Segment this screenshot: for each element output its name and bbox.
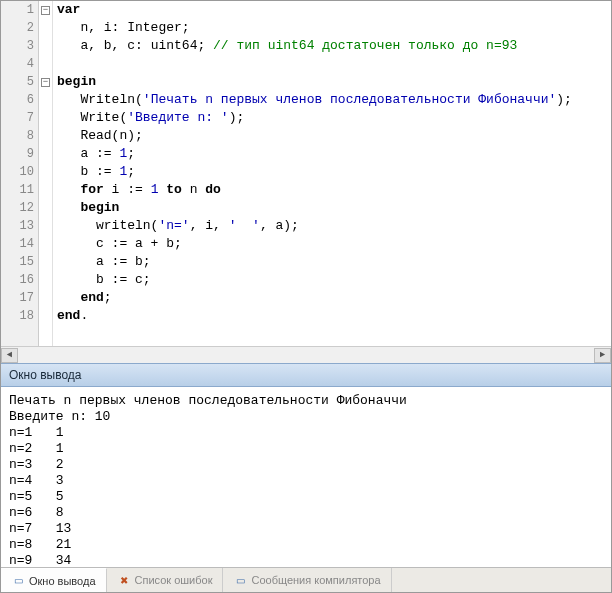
output-icon: ▭ <box>11 574 25 588</box>
code-line[interactable]: begin <box>57 199 611 217</box>
scroll-left-button[interactable]: ◄ <box>1 348 18 363</box>
line-number: 2 <box>1 19 34 37</box>
output-line: n=5 5 <box>9 489 603 505</box>
code-line[interactable]: Read(n); <box>57 127 611 145</box>
code-line[interactable]: b := 1; <box>57 163 611 181</box>
line-number: 9 <box>1 145 34 163</box>
line-number: 7 <box>1 109 34 127</box>
code-line[interactable]: Writeln('Печать n первых членов последов… <box>57 91 611 109</box>
tab-errors-label: Список ошибок <box>135 574 213 586</box>
code-line[interactable]: c := a + b; <box>57 235 611 253</box>
scroll-track[interactable] <box>18 348 594 363</box>
errors-icon: ✖ <box>117 573 131 587</box>
output-line: Введите n: 10 <box>9 409 603 425</box>
bottom-tabbar: ▭ Окно вывода ✖ Список ошибок ▭ Сообщени… <box>1 567 611 592</box>
line-number: 10 <box>1 163 34 181</box>
output-line: n=4 3 <box>9 473 603 489</box>
output-line: Печать n первых членов последовательност… <box>9 393 603 409</box>
tab-compiler[interactable]: ▭ Сообщения компилятора <box>223 568 391 592</box>
code-line[interactable]: Write('Введите n: '); <box>57 109 611 127</box>
line-number: 3 <box>1 37 34 55</box>
code-line[interactable]: end; <box>57 289 611 307</box>
line-number: 18 <box>1 307 34 325</box>
code-line[interactable]: a := 1; <box>57 145 611 163</box>
output-panel-header: Окно вывода <box>1 363 611 387</box>
compiler-icon: ▭ <box>233 573 247 587</box>
code-line[interactable]: writeln('n=', i, ' ', a); <box>57 217 611 235</box>
line-number: 6 <box>1 91 34 109</box>
code-line[interactable]: a := b; <box>57 253 611 271</box>
tab-errors[interactable]: ✖ Список ошибок <box>107 568 224 592</box>
line-number: 8 <box>1 127 34 145</box>
line-number: 4 <box>1 55 34 73</box>
output-line: n=2 1 <box>9 441 603 457</box>
line-number: 14 <box>1 235 34 253</box>
code-line[interactable]: a, b, c: uint64; // тип uint64 достаточе… <box>57 37 611 55</box>
tab-output-label: Окно вывода <box>29 575 96 587</box>
line-number: 17 <box>1 289 34 307</box>
code-line[interactable]: end. <box>57 307 611 325</box>
code-line[interactable]: n, i: Integer; <box>57 19 611 37</box>
line-number: 1 <box>1 1 34 19</box>
fold-toggle-icon[interactable]: − <box>41 78 50 87</box>
fold-column[interactable]: − − <box>39 1 53 346</box>
code-line[interactable]: begin <box>57 73 611 91</box>
code-line[interactable]: var <box>57 1 611 19</box>
tab-output[interactable]: ▭ Окно вывода <box>1 568 107 592</box>
output-panel-body[interactable]: Печать n первых членов последовательност… <box>1 387 611 567</box>
output-line: n=3 2 <box>9 457 603 473</box>
code-line[interactable] <box>57 55 611 73</box>
tab-compiler-label: Сообщения компилятора <box>251 574 380 586</box>
line-number: 15 <box>1 253 34 271</box>
fold-toggle-icon[interactable]: − <box>41 6 50 15</box>
line-number: 5 <box>1 73 34 91</box>
output-line: n=8 21 <box>9 537 603 553</box>
output-line: n=7 13 <box>9 521 603 537</box>
horizontal-scrollbar[interactable]: ◄ ► <box>1 346 611 363</box>
code-line[interactable]: b := c; <box>57 271 611 289</box>
line-number-gutter: 123456789101112131415161718 <box>1 1 39 346</box>
line-number: 12 <box>1 199 34 217</box>
output-line: n=9 34 <box>9 553 603 567</box>
code-content[interactable]: var n, i: Integer; a, b, c: uint64; // т… <box>53 1 611 346</box>
output-line: n=1 1 <box>9 425 603 441</box>
line-number: 16 <box>1 271 34 289</box>
code-editor[interactable]: 123456789101112131415161718 − − var n, i… <box>1 1 611 346</box>
output-line: n=6 8 <box>9 505 603 521</box>
scroll-right-button[interactable]: ► <box>594 348 611 363</box>
code-line[interactable]: for i := 1 to n do <box>57 181 611 199</box>
line-number: 13 <box>1 217 34 235</box>
line-number: 11 <box>1 181 34 199</box>
